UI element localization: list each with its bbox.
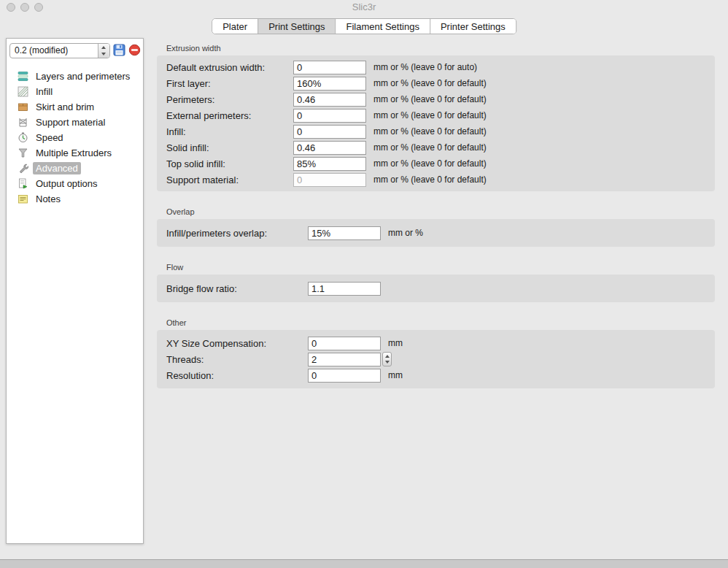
field-label: XY Size Compensation: (166, 338, 308, 349)
field-label: Infill: (166, 126, 293, 137)
field-label: Solid infill: (166, 142, 293, 153)
group-box: XY Size Compensation: mm Threads: Resolu… (157, 330, 715, 388)
sidebar-item-layers-and-perimeters[interactable]: Layers and perimeters (7, 69, 143, 84)
default-extrusion-width-row: Default extrusion width: mm or % (leave … (157, 59, 715, 75)
sidebar-item-speed[interactable]: Speed (7, 130, 143, 145)
xy-size-compensation-input[interactable] (308, 337, 381, 350)
infill-perimeters-overlap-input[interactable] (308, 226, 381, 240)
window-controls (7, 3, 43, 12)
zoom-window-button[interactable] (34, 3, 43, 12)
section-overlap: Overlap Infill/perimeters overlap: mm or… (157, 207, 715, 247)
perimeters-row: Perimeters: mm or % (leave 0 for default… (157, 91, 715, 107)
resolution-input[interactable] (308, 369, 381, 383)
sidebar-item-support-material[interactable]: Support material (7, 115, 143, 130)
tab-plater[interactable]: Plater (212, 19, 257, 34)
save-preset-button[interactable] (113, 45, 125, 58)
bridge-flow-ratio-row: Bridge flow ratio: (157, 280, 715, 296)
sidebar-item-notes[interactable]: Notes (7, 191, 143, 207)
sidebar-item-label: Skirt and brim (33, 101, 97, 113)
sidebar-item-label: Advanced (33, 162, 81, 174)
chevron-up-icon (98, 44, 109, 51)
field-label: External perimeters: (166, 110, 293, 121)
field-suffix: mm or % (leave 0 for default) (373, 174, 487, 185)
preset-select-value: 0.2 (modified) (10, 44, 98, 58)
perimeters-input[interactable] (293, 93, 366, 107)
skirt-icon (18, 101, 28, 112)
delete-preset-button[interactable] (128, 45, 141, 58)
preset-row: 0.2 (modified) (7, 39, 143, 64)
chevron-down-icon (98, 51, 109, 58)
speed-icon (18, 132, 28, 143)
sidebar-item-multiple-extruders[interactable]: Multiple Extruders (7, 145, 143, 161)
support-material-input (293, 173, 366, 187)
solid-infill-input[interactable] (293, 141, 366, 155)
delete-icon (128, 44, 141, 58)
sidebar-item-skirt-and-brim[interactable]: Skirt and brim (7, 99, 143, 115)
field-suffix: mm or % (leave 0 for default) (373, 126, 487, 137)
field-label: Support material: (166, 174, 293, 185)
group-box: Default extrusion width: mm or % (leave … (157, 55, 715, 191)
sidebar-item-label: Speed (33, 131, 66, 144)
notes-icon (18, 193, 28, 204)
group-box: Bridge flow ratio: (157, 275, 715, 302)
field-suffix: mm or % (leave 0 for default) (373, 142, 487, 153)
sidebar-item-label: Infill (33, 85, 55, 98)
sidebar-item-output-options[interactable]: Output options (7, 176, 143, 191)
section-other: Other XY Size Compensation: mm Threads: … (157, 318, 715, 388)
extruders-icon (18, 147, 28, 158)
field-suffix: mm or % (leave 0 for default) (373, 158, 487, 169)
sidebar-item-label: Notes (33, 193, 63, 205)
field-suffix: mm or % (388, 228, 423, 238)
resolution-row: Resolution: mm (157, 367, 715, 383)
field-label: Infill/perimeters overlap: (166, 228, 308, 239)
external-perimeters-row: External perimeters: mm or % (leave 0 fo… (157, 107, 715, 123)
field-label: Bridge flow ratio: (166, 283, 308, 294)
bridge-flow-ratio-input[interactable] (308, 282, 381, 296)
settings-tree: Layers and perimeters Infill Skirt and b… (7, 64, 143, 207)
sidebar-item-infill[interactable]: Infill (7, 84, 143, 99)
titlebar: Slic3r (0, 0, 728, 15)
preset-select[interactable]: 0.2 (modified) (9, 43, 110, 58)
minimize-window-button[interactable] (20, 3, 29, 12)
field-label: Default extrusion width: (166, 62, 293, 73)
section-title: Extrusion width (166, 44, 715, 53)
default-extrusion-width-input[interactable] (293, 61, 366, 74)
field-label: Threads: (166, 354, 308, 365)
field-label: Top solid infill: (166, 158, 293, 169)
main-tabs: Plater Print Settings Filament Settings … (212, 18, 516, 34)
tab-printer-settings[interactable]: Printer Settings (430, 19, 516, 34)
xy-size-compensation-row: XY Size Compensation: mm (157, 335, 715, 351)
sidebar-item-advanced[interactable]: Advanced (7, 161, 143, 176)
threads-stepper[interactable] (382, 352, 392, 366)
section-extrusion-width: Extrusion width Default extrusion width:… (157, 44, 715, 191)
field-label: Perimeters: (166, 94, 293, 105)
field-suffix: mm or % (leave 0 for default) (373, 78, 487, 88)
field-suffix: mm or % (leave 0 for default) (373, 94, 487, 104)
preset-select-stepper[interactable] (98, 44, 109, 58)
field-label: First layer: (166, 78, 293, 89)
threads-row: Threads: (157, 351, 715, 367)
field-label: Resolution: (166, 370, 308, 381)
section-title: Overlap (166, 207, 715, 216)
save-icon (113, 44, 125, 58)
group-box: Infill/perimeters overlap: mm or % (157, 219, 715, 247)
close-window-button[interactable] (7, 3, 15, 12)
infill-perimeters-overlap-row: Infill/perimeters overlap: mm or % (157, 225, 715, 241)
window-bottom-edge (0, 559, 728, 568)
layers-icon (18, 71, 28, 82)
field-suffix: mm or % (leave 0 for default) (373, 110, 487, 120)
support-icon (18, 117, 28, 128)
first-layer-input[interactable] (293, 77, 366, 91)
tab-print-settings[interactable]: Print Settings (257, 19, 335, 34)
external-perimeters-input[interactable] (293, 109, 366, 123)
sidebar-item-label: Multiple Extruders (33, 147, 115, 159)
tab-filament-settings[interactable]: Filament Settings (335, 19, 429, 34)
infill-input[interactable] (293, 125, 366, 139)
wrench-icon (18, 163, 28, 174)
threads-input[interactable] (308, 353, 381, 366)
chevron-up-icon (383, 353, 391, 359)
section-title: Flow (166, 263, 715, 272)
top-solid-infill-input[interactable] (293, 157, 366, 171)
field-suffix: mm or % (leave 0 for auto) (373, 62, 477, 72)
sidebar-item-label: Support material (33, 116, 108, 128)
